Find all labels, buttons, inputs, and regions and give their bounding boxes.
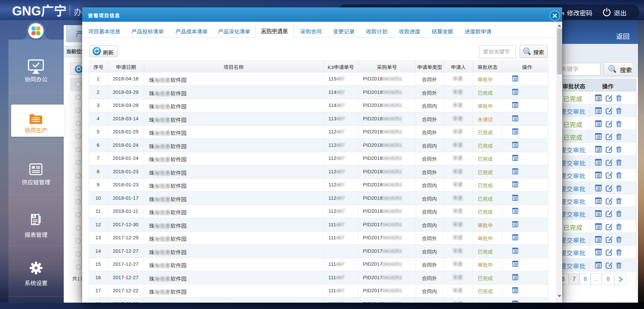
- svg-text:A: A: [33, 214, 35, 218]
